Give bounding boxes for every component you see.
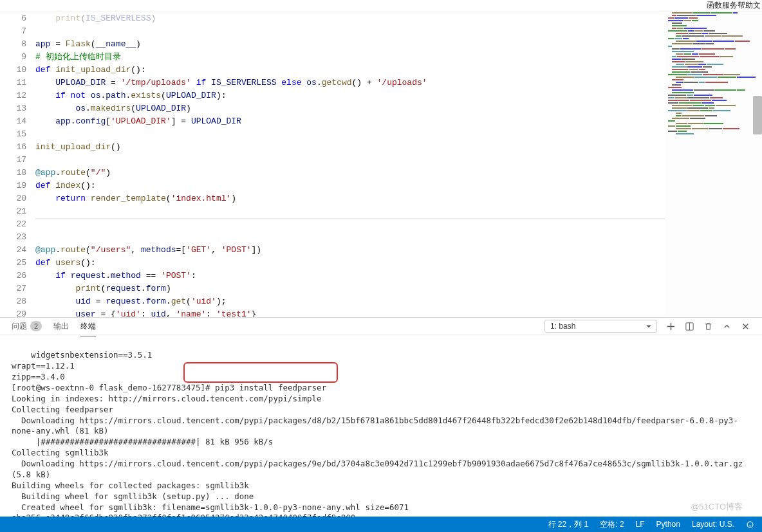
code-line[interactable]: 21 (0, 205, 665, 218)
watermark: @51CTO博客 (691, 501, 743, 513)
line-number: 23 (0, 231, 35, 244)
line-number: 18 (0, 167, 35, 179)
code-content: init_upload_dir() (35, 141, 665, 154)
terminal-selector[interactable]: 1: bash (544, 320, 657, 333)
svg-point-1 (747, 522, 753, 527)
code-content: print(request.form) (35, 282, 665, 295)
status-spaces[interactable]: 空格: 2 (600, 519, 624, 530)
code-line[interactable]: 27 print(request.form) (0, 282, 665, 295)
code-content: @app.route("/") (35, 167, 665, 179)
split-terminal-icon[interactable] (685, 322, 694, 331)
terminal-text: widgetsnbextension==3.5.1 wrapt==1.12.1 … (12, 350, 748, 517)
code-line[interactable]: 25def users(): (0, 257, 665, 270)
code-line[interactable]: 29 user = {'uid': uid, 'name': 'test1'} (0, 308, 665, 317)
code-line[interactable]: 7 (0, 25, 665, 38)
code-content: return render_template('index.html') (35, 192, 665, 205)
line-number: 13 (0, 102, 35, 115)
close-icon[interactable] (741, 322, 750, 331)
chevron-up-icon[interactable] (722, 322, 732, 331)
panel-tab-label: 输出 (53, 321, 69, 332)
code-line[interactable]: 14 app.config['UPLOAD_DIR'] = UPLOAD_DIR (0, 115, 665, 128)
line-number: 25 (0, 257, 35, 270)
code-line[interactable]: 23 (0, 231, 665, 244)
code-line[interactable]: 24@app.route("/users", methods=['GET', '… (0, 244, 665, 257)
line-number: 8 (0, 38, 35, 51)
code-line[interactable]: 12 if not os.path.exists(UPLOAD_DIR): (0, 89, 665, 102)
panel-tab-label: 问题 (12, 321, 27, 332)
code-line[interactable]: 26 if request.method == 'POST': (0, 270, 665, 282)
code-content: user = {'uid': uid, 'name': 'test1'} (35, 308, 665, 317)
code-content: os.makedirs(UPLOAD_DIR) (35, 102, 665, 115)
code-content: @app.route("/users", methods=['GET', 'PO… (35, 244, 665, 257)
line-number: 28 (0, 295, 35, 308)
code-line[interactable]: 9# 初始化上传临时目录 (0, 51, 665, 64)
code-line[interactable]: 28 uid = request.form.get('uid'); (0, 295, 665, 308)
line-number: 11 (0, 77, 35, 89)
line-number: 15 (0, 128, 35, 141)
code-line[interactable]: 6 print(IS_SERVERLESS) (0, 12, 665, 25)
code-line[interactable]: 22 (0, 218, 665, 231)
line-number: 27 (0, 282, 35, 295)
code-line[interactable]: 16init_upload_dir() (0, 141, 665, 154)
status-layout[interactable]: Layout: U.S. (692, 520, 734, 529)
status-eol[interactable]: LF (636, 520, 645, 529)
code-content: def users(): (35, 257, 665, 270)
line-number: 10 (0, 64, 35, 77)
panel-tab-终端[interactable]: 终端 (80, 321, 96, 336)
line-number: 22 (0, 218, 35, 231)
line-number: 19 (0, 179, 35, 192)
panel-header: 问题2输出终端 1: bash (0, 318, 762, 335)
code-line[interactable]: 17 (0, 154, 665, 167)
panel-tab-输出[interactable]: 输出 (53, 321, 69, 332)
line-number: 16 (0, 141, 35, 154)
line-number: 6 (0, 12, 35, 25)
terminal-output[interactable]: widgetsnbextension==3.5.1 wrapt==1.12.1 … (0, 335, 762, 517)
line-number: 20 (0, 192, 35, 205)
terminal-panel: 问题2输出终端 1: bash widgetsnbextension==3.5.… (0, 317, 762, 517)
panel-tab-问题[interactable]: 问题2 (12, 321, 42, 332)
code-line[interactable]: 19def index(): (0, 179, 665, 192)
terminal-selector-label: 1: bash (550, 322, 575, 331)
code-content: if request.method == 'POST': (35, 270, 665, 282)
code-content: print(IS_SERVERLESS) (35, 12, 665, 25)
line-number: 24 (0, 244, 35, 257)
code-content: UPLOAD_DIR = '/tmp/uploads' if IS_SERVER… (35, 77, 665, 89)
code-content: # 初始化上传临时目录 (35, 51, 665, 64)
header-title: 函数服务帮助文 (707, 0, 761, 11)
line-number: 9 (0, 51, 35, 64)
status-cursor[interactable]: 行 22，列 1 (548, 519, 589, 530)
minimap[interactable] (665, 12, 762, 317)
code-line[interactable]: 8app = Flask(__name__) (0, 38, 665, 51)
scroll-thumb[interactable] (753, 96, 762, 134)
line-number: 26 (0, 270, 35, 282)
line-number: 14 (0, 115, 35, 128)
code-line[interactable]: 13 os.makedirs(UPLOAD_DIR) (0, 102, 665, 115)
code-content: app.config['UPLOAD_DIR'] = UPLOAD_DIR (35, 115, 665, 128)
code-content: def init_upload_dir(): (35, 64, 665, 77)
panel-tab-label: 终端 (80, 321, 96, 332)
code-line[interactable]: 10def init_upload_dir(): (0, 64, 665, 77)
line-number: 21 (0, 205, 35, 218)
editor-area: 6 print(IS_SERVERLESS)78app = Flask(__na… (0, 12, 762, 317)
code-line[interactable]: 18@app.route("/") (0, 167, 665, 179)
status-bar: 行 22，列 1 空格: 2 LF Python Layout: U.S. (0, 517, 762, 532)
code-line[interactable]: 15 (0, 128, 665, 141)
code-line[interactable]: 11 UPLOAD_DIR = '/tmp/uploads' if IS_SER… (0, 77, 665, 89)
code-content: uid = request.form.get('uid'); (35, 295, 665, 308)
feedback-icon[interactable] (746, 520, 754, 529)
code-content: def index(): (35, 179, 665, 192)
code-editor[interactable]: 6 print(IS_SERVERLESS)78app = Flask(__na… (0, 12, 665, 317)
trash-icon[interactable] (703, 322, 713, 331)
badge: 2 (30, 321, 42, 331)
code-content: if not os.path.exists(UPLOAD_DIR): (35, 89, 665, 102)
code-line[interactable]: 20 return render_template('index.html') (0, 192, 665, 205)
line-number: 7 (0, 25, 35, 38)
new-terminal-icon[interactable] (666, 322, 676, 331)
line-number: 17 (0, 154, 35, 167)
code-content: app = Flask(__name__) (35, 38, 665, 51)
top-header: 函数服务帮助文 (0, 0, 762, 12)
status-language[interactable]: Python (656, 520, 680, 529)
highlight-box (183, 362, 338, 383)
line-number: 29 (0, 308, 35, 317)
line-number: 12 (0, 89, 35, 102)
